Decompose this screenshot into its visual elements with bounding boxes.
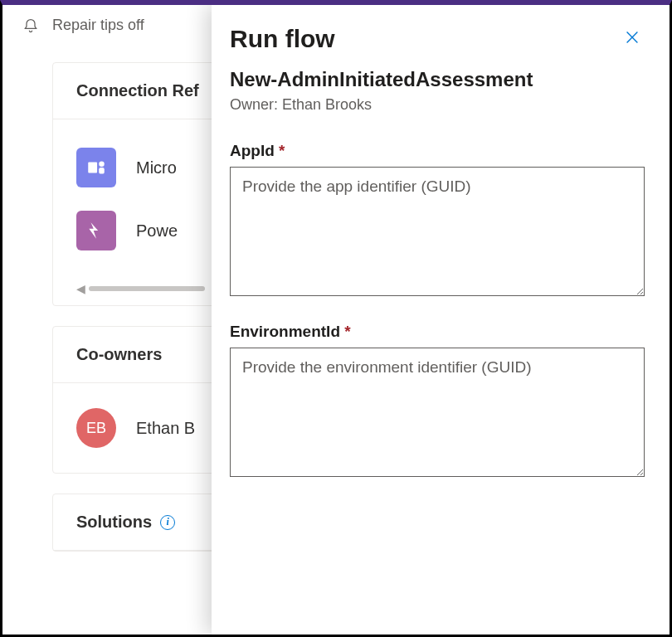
owner-name: Ethan B — [136, 419, 195, 438]
required-mark: * — [279, 142, 285, 159]
info-icon[interactable]: i — [160, 515, 175, 530]
appid-label: AppId * — [230, 142, 645, 160]
avatar: EB — [76, 408, 116, 448]
bell-icon — [22, 17, 39, 34]
chevron-left-icon: ◀ — [76, 282, 85, 295]
appid-input[interactable] — [230, 167, 645, 296]
svg-point-1 — [99, 161, 105, 167]
connection-label: Powe — [136, 221, 178, 241]
close-icon — [623, 28, 641, 46]
required-mark: * — [344, 323, 350, 340]
scroll-track[interactable] — [89, 286, 205, 291]
svg-rect-2 — [99, 168, 105, 174]
close-button[interactable] — [620, 25, 645, 52]
repair-tips-label: Repair tips off — [52, 17, 144, 34]
solutions-title: Solutions — [76, 513, 152, 532]
svg-rect-0 — [88, 163, 97, 173]
run-flow-panel: Run flow New-AdminInitiatedAssessment Ow… — [212, 5, 670, 635]
envid-input[interactable] — [230, 348, 645, 477]
envid-label: EnvironmentId * — [230, 323, 645, 341]
connection-label: Micro — [136, 158, 177, 177]
owner-label: Owner: Ethan Brooks — [230, 96, 645, 114]
panel-title: Run flow — [230, 25, 335, 53]
teams-icon — [76, 148, 116, 187]
appid-label-text: AppId — [230, 142, 275, 159]
flow-name: New-AdminInitiatedAssessment — [230, 68, 645, 91]
envid-label-text: EnvironmentId — [230, 323, 340, 340]
power-icon — [76, 211, 116, 250]
